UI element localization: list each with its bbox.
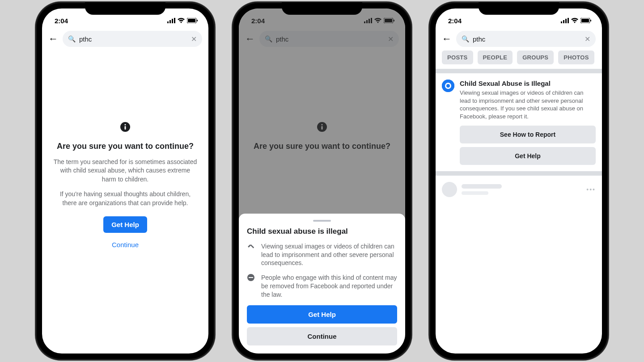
- placeholder-avatar: [442, 182, 457, 197]
- signal-icon: [167, 17, 175, 25]
- continue-link[interactable]: Continue: [53, 241, 198, 248]
- svg-rect-29: [581, 19, 589, 22]
- feed-placeholder: •••: [442, 182, 596, 197]
- sheet-row-2: People who engage with this kind of cont…: [247, 274, 397, 299]
- gavel-icon: [247, 242, 256, 268]
- warning-para-1: The term you searched for is sometimes a…: [53, 158, 198, 184]
- sheet-row-2-text: People who engage with this kind of cont…: [261, 274, 397, 299]
- placeholder-lines: [462, 184, 582, 195]
- back-arrow-icon[interactable]: ←: [48, 33, 58, 45]
- svg-rect-3: [174, 18, 175, 23]
- warning-title: Are you sure you want to continue?: [53, 141, 198, 152]
- tab-posts[interactable]: POSTS: [442, 51, 473, 64]
- sheet-row-1-text: Viewing sexual images or videos of child…: [261, 242, 397, 268]
- search-input[interactable]: 🔍 pthc ✕: [63, 31, 202, 47]
- svg-rect-25: [563, 20, 564, 23]
- placeholder-line: [462, 191, 488, 195]
- get-help-button[interactable]: Get Help: [247, 305, 397, 324]
- screen-1: 2:04 ← 🔍 pthc ✕: [42, 8, 208, 354]
- continue-button[interactable]: Continue: [247, 327, 397, 345]
- warning-card: Child Sexual Abuse is Illegal Viewing se…: [442, 80, 596, 165]
- phone-mockup-3: 2:04 ← 🔍 pthc ✕ POSTS: [429, 2, 608, 360]
- svg-rect-0: [167, 21, 169, 23]
- sheet-handle[interactable]: [313, 220, 331, 222]
- search-row: ← 🔍 pthc ✕: [436, 27, 602, 51]
- screen-3: 2:04 ← 🔍 pthc ✕ POSTS: [436, 8, 602, 354]
- search-input[interactable]: 🔍 pthc ✕: [456, 31, 596, 47]
- search-icon: 🔍: [462, 35, 469, 42]
- svg-rect-6: [197, 20, 198, 21]
- status-icons: [561, 17, 591, 25]
- search-term: pthc: [79, 35, 92, 43]
- svg-rect-30: [590, 20, 591, 21]
- tab-photos[interactable]: PHOTOS: [558, 51, 594, 64]
- info-badge-icon: [442, 80, 454, 92]
- get-help-button[interactable]: Get Help: [460, 147, 596, 165]
- wifi-icon: [571, 17, 578, 25]
- warning-card-title: Child Sexual Abuse is Illegal: [460, 80, 596, 87]
- svg-rect-23: [249, 277, 253, 278]
- svg-rect-24: [561, 21, 562, 23]
- see-how-to-report-button[interactable]: See How to Report: [460, 126, 596, 143]
- back-arrow-icon[interactable]: ←: [442, 33, 452, 45]
- warning-para-2: If you're having sexual thoughts about c…: [53, 190, 198, 207]
- warning-content: Are you sure you want to continue? The t…: [42, 51, 208, 248]
- notch: [282, 2, 362, 15]
- search-row: ← 🔍 pthc ✕: [42, 27, 208, 51]
- divider: [436, 69, 602, 73]
- status-time: 2:04: [55, 17, 68, 25]
- battery-icon: [187, 17, 198, 25]
- divider: [436, 171, 602, 176]
- warning-card-body: Child Sexual Abuse is Illegal Viewing se…: [460, 80, 596, 165]
- wifi-icon: [178, 17, 185, 25]
- svg-rect-9: [125, 126, 126, 130]
- screen-2: 2:04 ← 🔍 pthc ✕: [239, 8, 405, 354]
- clear-search-icon[interactable]: ✕: [191, 35, 197, 43]
- tab-groups[interactable]: GROUPS: [517, 51, 554, 64]
- filter-tabs: POSTS PEOPLE GROUPS PHOTOS: [436, 51, 602, 69]
- warning-card-text: Viewing sexual images or videos of child…: [460, 89, 596, 120]
- svg-rect-1: [169, 20, 171, 23]
- signal-icon: [561, 17, 569, 25]
- get-help-button[interactable]: Get Help: [103, 216, 147, 233]
- search-term: pthc: [473, 35, 485, 43]
- tab-people[interactable]: PEOPLE: [478, 51, 513, 64]
- sheet-title: Child sexual abuse is illegal: [247, 227, 397, 236]
- bottom-sheet: Child sexual abuse is illegal Viewing se…: [239, 214, 405, 354]
- info-icon: [53, 122, 198, 134]
- phone-mockup-1: 2:04 ← 🔍 pthc ✕: [36, 2, 215, 360]
- battery-icon: [580, 17, 591, 25]
- clear-search-icon[interactable]: ✕: [585, 35, 590, 43]
- status-icons: [167, 17, 198, 25]
- phone-mockup-2: 2:04 ← 🔍 pthc ✕: [233, 2, 411, 360]
- status-time: 2:04: [448, 17, 462, 25]
- svg-point-8: [124, 124, 126, 125]
- sheet-row-1: Viewing sexual images or videos of child…: [247, 242, 397, 268]
- svg-rect-21: [250, 244, 254, 248]
- placeholder-line: [462, 184, 502, 189]
- more-icon[interactable]: •••: [586, 186, 596, 193]
- svg-rect-2: [172, 19, 173, 23]
- block-icon: [247, 274, 256, 299]
- svg-point-33: [446, 84, 450, 88]
- search-icon: 🔍: [68, 35, 76, 42]
- notch: [479, 2, 559, 15]
- notch: [85, 2, 165, 15]
- svg-rect-5: [188, 19, 195, 22]
- svg-rect-26: [565, 19, 567, 23]
- svg-rect-27: [568, 18, 569, 23]
